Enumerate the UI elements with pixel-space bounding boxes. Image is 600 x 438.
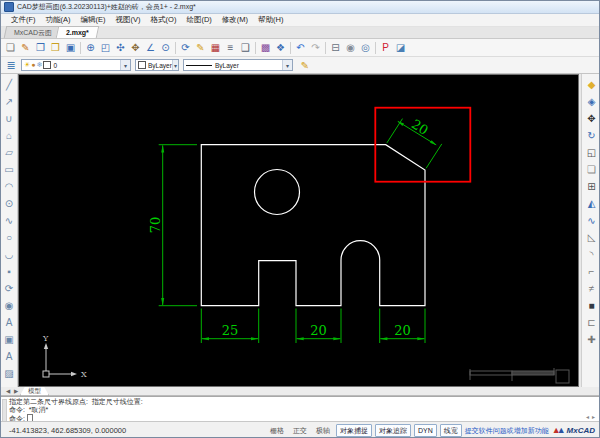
zoom-scale-icon[interactable]: ⊙ — [158, 40, 173, 55]
dimension-height[interactable]: 70 — [148, 145, 198, 306]
feedback-link[interactable]: 提交软件问题或增加新功能 — [465, 426, 549, 436]
command-scroll-left-icon[interactable]: ◂ — [586, 413, 589, 420]
polygon-any-icon[interactable]: ▱ — [2, 144, 17, 161]
chamfer-icon[interactable]: ⌐ — [584, 263, 600, 280]
layout-prev-icon[interactable]: ◀ — [4, 388, 12, 394]
text-icon[interactable]: A — [2, 314, 17, 331]
offset-icon[interactable]: ❏ — [584, 161, 600, 178]
highlight-rect[interactable] — [375, 108, 470, 182]
line-icon[interactable]: ╱ — [2, 76, 17, 93]
move-icon[interactable]: ✥ — [584, 110, 600, 127]
tab-mxcad-cloud[interactable]: MxCAD云图 — [4, 26, 63, 38]
save-edit-icon[interactable]: ❐ — [33, 40, 48, 55]
spline-icon[interactable]: ∿ — [2, 212, 17, 229]
part-outline-path[interactable] — [201, 145, 425, 306]
image-attach-icon[interactable]: ▣ — [2, 331, 17, 348]
print-icon[interactable]: ⊟ — [328, 40, 343, 55]
circle-icon[interactable]: ⊙ — [2, 195, 17, 212]
menu-function[interactable]: 功能(A) — [41, 14, 76, 26]
web-publish-icon[interactable]: ◉ — [343, 40, 358, 55]
open-edit-icon[interactable]: ✎ — [18, 40, 33, 55]
dimension-chamfer[interactable]: 20 — [387, 116, 442, 168]
window-panel-icon[interactable]: ❑ — [238, 40, 253, 55]
toggle-lineweight[interactable]: 线宽 — [440, 424, 462, 437]
zoom-extents-icon[interactable]: ✣ — [113, 40, 128, 55]
color-combo-arrow-icon[interactable]: ▾ — [172, 60, 178, 70]
tab-model[interactable]: 模型 — [20, 387, 49, 396]
pan-icon[interactable]: ✥ — [128, 40, 143, 55]
part-hole-circle[interactable] — [255, 170, 300, 215]
command-panel-grip[interactable] — [2, 399, 7, 422]
stretch-icon[interactable]: ⊏ — [584, 314, 600, 331]
layer-on-icon[interactable]: ☀ — [24, 61, 30, 69]
save-as-icon[interactable]: ▣ — [63, 40, 78, 55]
layer-stack-icon[interactable]: ≣ — [4, 59, 18, 72]
color-combo[interactable]: ByLayer ▾ — [135, 59, 179, 71]
toggle-dyn[interactable]: DYN — [414, 424, 437, 437]
linetype-combo[interactable]: ByLayer ▾ — [183, 59, 293, 71]
ellipse-icon[interactable]: ○ — [2, 229, 17, 246]
mtext-icon[interactable]: A — [2, 348, 17, 365]
options-icon[interactable]: ❖ — [273, 40, 288, 55]
spline-edit-icon[interactable]: ∿ — [584, 212, 600, 229]
join-icon[interactable]: ✚ — [584, 331, 600, 348]
command-scroll-right-icon[interactable]: ▸ — [592, 413, 595, 420]
rotate-icon[interactable]: ↻ — [584, 127, 600, 144]
arc-icon[interactable]: ◠ — [2, 178, 17, 195]
layer-combo-arrow-icon[interactable]: ▾ — [120, 60, 130, 70]
arc-3pt-icon[interactable]: ∪ — [2, 110, 17, 127]
copy-icon[interactable]: ◈ — [584, 93, 600, 110]
block-create-icon[interactable]: ⟳ — [2, 280, 17, 297]
zoom-in-icon[interactable]: ⊕ — [83, 40, 98, 55]
draw-settings-icon[interactable]: ✎ — [298, 59, 312, 72]
rectangle-icon[interactable]: ▭ — [2, 161, 17, 178]
layout-next-icon[interactable]: ▶ — [12, 388, 20, 394]
layer-manager-icon[interactable]: ▦ — [208, 40, 223, 55]
new-file-icon[interactable]: ❏ — [3, 40, 18, 55]
hatch-icon[interactable]: ▨ — [2, 365, 17, 382]
revcloud-icon[interactable]: ◡ — [2, 246, 17, 263]
array-icon[interactable]: ⊞ — [584, 178, 600, 195]
toggle-ortho[interactable]: 正交 — [290, 425, 310, 436]
block-insert-icon[interactable]: ◉ — [2, 297, 17, 314]
menu-edit[interactable]: 编辑(E) — [76, 14, 111, 26]
point-icon[interactable]: ▪ — [2, 263, 17, 280]
polyline-icon[interactable]: ↗ — [2, 93, 17, 110]
toggle-grid[interactable]: 栅格 — [267, 425, 287, 436]
toggle-otrack[interactable]: 对象追踪 — [375, 424, 411, 437]
drawing-canvas[interactable]: 70 25 20 20 — [18, 74, 579, 387]
layer-lock-icon[interactable]: ● — [31, 61, 35, 69]
tab-drawing-2mxg[interactable]: 2.mxg* — [56, 26, 100, 38]
view-rotate-icon[interactable]: ⟳ — [178, 40, 193, 55]
toggle-polar[interactable]: 极轴 — [313, 425, 333, 436]
mirror-icon[interactable]: ◭ — [584, 195, 600, 212]
dimension-bottom-group[interactable]: 25 20 20 — [201, 309, 425, 344]
redo-icon[interactable]: ↷ — [308, 40, 323, 55]
undo-icon[interactable]: ↶ — [293, 40, 308, 55]
command-line-panel[interactable]: 指定第二条尺寸界线原点: 指定尺寸线位置:命令: *取消*命令: ◂ ▸ — [1, 396, 599, 421]
layer-combo[interactable]: ☀●❄ 0 ▾ — [21, 59, 131, 71]
open-folder-icon[interactable]: ❒ — [48, 40, 63, 55]
fillet-icon[interactable]: ◝ — [584, 246, 600, 263]
menu-file[interactable]: 文件(F) — [6, 14, 41, 26]
menu-modify[interactable]: 修改(M) — [217, 14, 253, 26]
menu-view[interactable]: 视图(V) — [111, 14, 146, 26]
draw-order-icon[interactable]: ✎ — [193, 40, 208, 55]
menu-help[interactable]: 帮助(H) — [253, 14, 288, 26]
polygon-icon[interactable]: ⌂ — [2, 127, 17, 144]
break-icon[interactable]: ≠ — [584, 280, 600, 297]
linetype-combo-arrow-icon[interactable]: ▾ — [282, 60, 292, 70]
solid-3d-icon[interactable]: ■ — [584, 297, 600, 314]
zoom-window-icon[interactable]: ◰ — [98, 40, 113, 55]
palette-icon[interactable]: ▩ — [258, 40, 273, 55]
measure-angle-icon[interactable]: ∠ — [143, 40, 158, 55]
menu-draw[interactable]: 绘图(D) — [181, 14, 216, 26]
layer-freeze-icon[interactable]: ❄ — [37, 61, 43, 69]
trim-icon[interactable]: ◺ — [584, 229, 600, 246]
web-open-icon[interactable]: ◎ — [358, 40, 373, 55]
pdf-export-icon[interactable]: P — [378, 40, 393, 55]
text-list-icon[interactable]: ≡ — [223, 40, 238, 55]
toggle-osnap[interactable]: 对象捕捉 — [336, 424, 372, 437]
menu-format[interactable]: 格式(O) — [146, 14, 182, 26]
image-export-icon[interactable]: ◪ — [393, 40, 408, 55]
